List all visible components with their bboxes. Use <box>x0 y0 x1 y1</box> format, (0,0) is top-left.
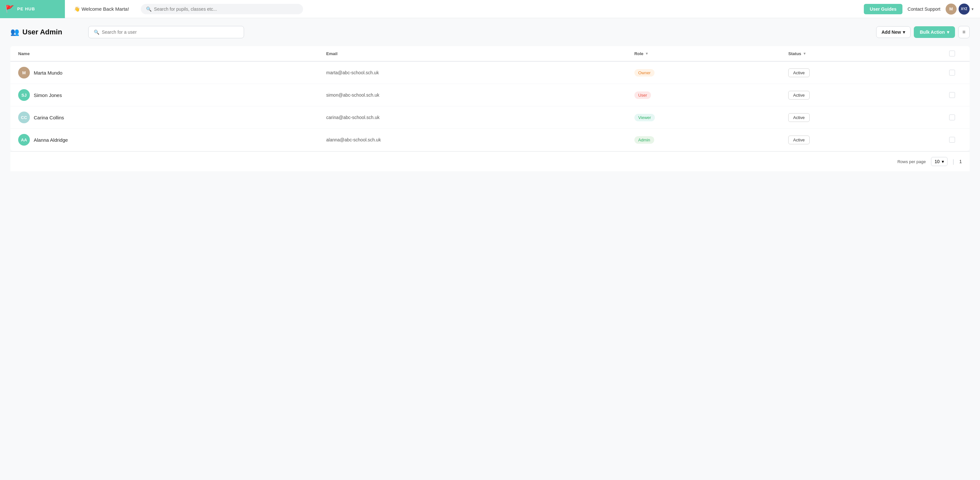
role-cell: Viewer <box>635 114 789 121</box>
select-all-checkbox[interactable] <box>949 51 955 56</box>
role-filter-icon: ▼ <box>645 52 649 56</box>
rows-per-page-value: 10 <box>935 159 940 164</box>
header-actions: Add New ▾ Bulk Action ▾ ≡ <box>876 26 970 38</box>
user-table: Name Email Role ▼ Status ▼ M Marta Mundo <box>10 46 970 151</box>
user-avatar-area[interactable]: M XYZ ▾ <box>946 3 974 14</box>
school-badge: XYZ <box>959 3 970 14</box>
add-new-label: Add New <box>882 30 901 35</box>
filter-button[interactable]: ≡ <box>958 26 970 38</box>
user-name: Alanna Aldridge <box>34 137 68 143</box>
table-row: M Marta Mundo marta@abc-school.sch.uk Ow… <box>10 62 970 84</box>
name-cell: AA Alanna Aldridge <box>18 134 326 146</box>
user-search-bar[interactable]: 🔍 <box>88 26 244 38</box>
email-cell: simon@abc-school.sch.uk <box>326 92 634 98</box>
page-divider: | <box>953 158 955 165</box>
logo-text: PE HUB <box>17 6 35 11</box>
status-badge: Active <box>788 68 809 77</box>
status-badge: Active <box>788 91 809 100</box>
global-search-icon: 🔍 <box>146 6 151 12</box>
filter-icon: ≡ <box>963 29 966 35</box>
user-search-input[interactable] <box>102 30 239 35</box>
user-name: Simon Jones <box>34 92 62 98</box>
row-checkbox[interactable] <box>949 137 955 143</box>
row-checkbox-cell[interactable] <box>942 137 962 143</box>
rows-per-page-select[interactable]: 10 ▾ <box>931 157 948 166</box>
status-cell: Active <box>788 135 942 144</box>
status-badge: Active <box>788 113 809 122</box>
logo-flag-icon: 🚩 <box>5 5 14 13</box>
avatar-chevron-icon: ▾ <box>972 7 974 11</box>
row-checkbox[interactable] <box>949 92 955 98</box>
role-cell: User <box>635 91 789 99</box>
nav-arrows-icon: » <box>38 5 41 12</box>
name-cell: M Marta Mundo <box>18 67 326 78</box>
name-cell: SJ Simon Jones <box>18 89 326 101</box>
col-header-email: Email <box>326 51 634 56</box>
status-cell: Active <box>788 91 942 100</box>
role-cell: Owner <box>635 69 789 76</box>
main-content: 👥 User Admin 🔍 Add New ▾ Bulk Action ▾ ≡ <box>0 18 980 179</box>
name-cell: CC Carina Collins <box>18 111 326 123</box>
contact-support-link[interactable]: Contact Support <box>908 6 940 12</box>
top-navigation: 🚩 PE HUB » 👋 Welcome Back Marta! 🔍 User … <box>0 0 980 18</box>
page-title-area: 👥 User Admin <box>10 28 62 37</box>
avatar: CC <box>18 111 30 123</box>
current-page-number: 1 <box>959 159 962 164</box>
row-checkbox[interactable] <box>949 70 955 76</box>
page-header: 👥 User Admin 🔍 Add New ▾ Bulk Action ▾ ≡ <box>10 26 970 38</box>
status-cell: Active <box>788 113 942 122</box>
table-footer: Rows per page 10 ▾ | 1 <box>10 151 970 171</box>
role-badge: Owner <box>635 69 654 76</box>
user-guides-button[interactable]: User Guides <box>864 4 902 14</box>
email-cell: alanna@abc-school.sch.uk <box>326 137 634 142</box>
role-badge: User <box>635 91 651 99</box>
global-search-input[interactable] <box>154 6 298 12</box>
avatar: M <box>18 67 30 78</box>
avatar: SJ <box>18 89 30 101</box>
role-cell: Admin <box>635 136 789 144</box>
rows-select-chevron-icon: ▾ <box>942 159 944 164</box>
row-checkbox-cell[interactable] <box>942 70 962 76</box>
role-badge: Viewer <box>635 114 655 121</box>
status-badge: Active <box>788 135 809 144</box>
col-header-role[interactable]: Role ▼ <box>635 51 789 56</box>
logo-area: 🚩 PE HUB » <box>0 0 65 18</box>
select-all-cell[interactable] <box>942 51 962 56</box>
user-admin-icon: 👥 <box>10 28 19 37</box>
user-name: Marta Mundo <box>34 70 62 76</box>
bulk-action-button[interactable]: Bulk Action ▾ <box>914 26 955 38</box>
page-title: User Admin <box>22 28 62 37</box>
welcome-message: 👋 Welcome Back Marta! <box>74 6 129 12</box>
avatar: AA <box>18 134 30 146</box>
add-new-button[interactable]: Add New ▾ <box>876 26 911 38</box>
table-row: AA Alanna Aldridge alanna@abc-school.sch… <box>10 129 970 151</box>
user-search-container: 🔍 <box>88 26 244 38</box>
user-name: Carina Collins <box>34 115 64 120</box>
row-checkbox[interactable] <box>949 114 955 120</box>
table-row: CC Carina Collins carina@abc-school.sch.… <box>10 106 970 129</box>
table-row: SJ Simon Jones simon@abc-school.sch.uk U… <box>10 84 970 106</box>
col-header-status[interactable]: Status ▼ <box>788 51 942 56</box>
row-checkbox-cell[interactable] <box>942 114 962 120</box>
rows-per-page-label: Rows per page <box>897 159 926 164</box>
global-search-bar[interactable]: 🔍 <box>141 4 303 14</box>
table-header: Name Email Role ▼ Status ▼ <box>10 46 970 62</box>
user-search-icon: 🔍 <box>94 30 99 35</box>
add-new-chevron-icon: ▾ <box>903 30 905 35</box>
email-cell: marta@abc-school.sch.uk <box>326 70 634 75</box>
col-header-name: Name <box>18 51 326 56</box>
role-badge: Admin <box>635 136 654 144</box>
status-cell: Active <box>788 68 942 77</box>
bulk-action-label: Bulk Action <box>920 30 945 35</box>
user-avatar: M <box>946 3 957 14</box>
email-cell: carina@abc-school.sch.uk <box>326 115 634 120</box>
status-filter-icon: ▼ <box>803 52 807 56</box>
bulk-action-chevron-icon: ▾ <box>947 30 949 35</box>
row-checkbox-cell[interactable] <box>942 92 962 98</box>
